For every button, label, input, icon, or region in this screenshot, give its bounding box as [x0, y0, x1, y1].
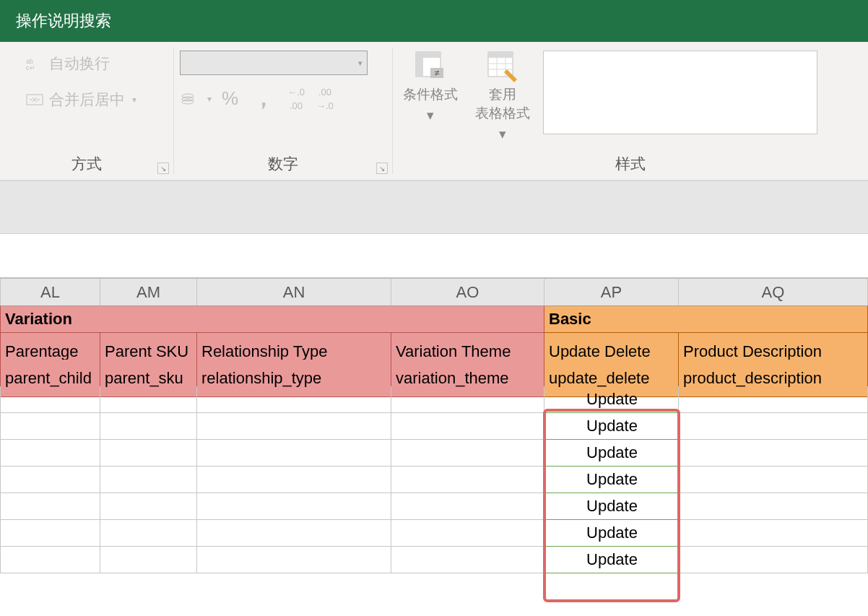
- data-row: Update: [0, 413, 868, 440]
- currency-icon: [180, 90, 200, 108]
- cell[interactable]: [679, 493, 868, 520]
- cell-update[interactable]: Update: [544, 413, 679, 440]
- table-format-button[interactable]: 套用 表格格式 ▾: [471, 51, 534, 142]
- styles-group-label: 样式: [399, 152, 862, 175]
- cell[interactable]: [100, 386, 197, 413]
- currency-button[interactable]: ▾: [180, 90, 212, 108]
- cell[interactable]: [679, 413, 868, 440]
- cell[interactable]: [0, 467, 100, 493]
- increase-decimal-button[interactable]: ←.0 .00: [285, 87, 308, 110]
- cell[interactable]: [197, 386, 391, 413]
- number-group-label: 数字: [180, 152, 386, 175]
- data-row: Update: [0, 493, 868, 520]
- section-row: Variation Basic: [0, 306, 868, 333]
- cell[interactable]: [391, 440, 544, 467]
- cell[interactable]: [0, 413, 100, 440]
- cell[interactable]: [197, 493, 391, 520]
- percent-button[interactable]: %: [217, 87, 243, 110]
- svg-point-5: [182, 100, 194, 104]
- column-headers: AL AM AN AO AP AQ: [0, 279, 868, 306]
- spreadsheet-grid[interactable]: AL AM AN AO AP AQ Variation Basic Parent…: [0, 279, 868, 573]
- svg-rect-8: [416, 58, 423, 77]
- merge-center-icon: [25, 91, 45, 108]
- cell[interactable]: [391, 520, 544, 547]
- table-format-icon: [485, 51, 520, 82]
- col-header-AL[interactable]: AL: [0, 279, 100, 305]
- cell[interactable]: [679, 547, 868, 573]
- data-row: Update: [0, 386, 868, 413]
- merge-center-button[interactable]: 合并后居中 ▾: [20, 87, 141, 113]
- ribbon: abc↵ 自动换行 合并后居中 ▾ 方式 ↘ ▾: [0, 42, 868, 181]
- alignment-group-label: 方式: [6, 152, 168, 175]
- comma-button[interactable]: ，: [248, 84, 279, 113]
- svg-rect-7: [416, 52, 440, 58]
- cell[interactable]: [100, 467, 197, 493]
- cell[interactable]: [391, 386, 544, 413]
- conditional-format-button[interactable]: ≠ 条件格式 ▾: [399, 51, 462, 123]
- data-row: Update: [0, 440, 868, 467]
- number-format-dropdown[interactable]: ▾: [180, 51, 368, 75]
- svg-rect-12: [488, 52, 513, 58]
- title-bar: 操作说明搜索: [0, 0, 868, 42]
- col-header-AO[interactable]: AO: [391, 279, 544, 305]
- cell[interactable]: [0, 547, 100, 573]
- section-basic[interactable]: Basic: [544, 306, 868, 333]
- cell-update[interactable]: Update: [544, 493, 679, 520]
- svg-text:≠: ≠: [435, 68, 440, 78]
- cell-update[interactable]: Update: [544, 440, 679, 467]
- cell[interactable]: [391, 547, 544, 573]
- header-row-1: Parentage Parent SKU Relationship Type V…: [0, 333, 868, 360]
- blank-row-area: [0, 234, 868, 279]
- data-row: Update: [0, 467, 868, 493]
- data-row: Update: [0, 547, 868, 573]
- cell[interactable]: [0, 520, 100, 547]
- search-help-text[interactable]: 操作说明搜索: [16, 10, 111, 32]
- conditional-format-icon: ≠: [413, 51, 448, 82]
- wrap-text-button[interactable]: abc↵ 自动换行: [20, 51, 114, 77]
- cell[interactable]: [197, 413, 391, 440]
- cell[interactable]: [679, 386, 868, 413]
- cell[interactable]: [197, 520, 391, 547]
- formula-bar-area: [0, 181, 868, 234]
- cell-update[interactable]: Update: [544, 467, 679, 493]
- cell[interactable]: [100, 440, 197, 467]
- decrease-decimal-button[interactable]: .00 →.0: [313, 87, 337, 110]
- header-row-2: parent_child parent_sku relationship_typ…: [0, 360, 868, 386]
- cell[interactable]: [391, 493, 544, 520]
- cell[interactable]: [197, 467, 391, 493]
- cell[interactable]: [679, 440, 868, 467]
- chevron-down-icon: ▾: [427, 107, 434, 123]
- cell[interactable]: [100, 493, 197, 520]
- col-header-AN[interactable]: AN: [197, 279, 391, 305]
- cell[interactable]: [197, 547, 391, 573]
- cell[interactable]: [100, 413, 197, 440]
- chevron-down-icon: ▾: [499, 126, 506, 142]
- section-variation[interactable]: Variation: [0, 306, 544, 333]
- cell-styles-gallery[interactable]: [543, 51, 817, 134]
- chevron-down-icon: ▾: [358, 58, 363, 68]
- cell-update[interactable]: Update: [544, 386, 679, 413]
- cell[interactable]: [100, 547, 197, 573]
- data-row: Update: [0, 520, 868, 547]
- col-header-AQ[interactable]: AQ: [679, 279, 868, 305]
- cell-update[interactable]: Update: [544, 520, 679, 547]
- svg-text:c↵: c↵: [26, 64, 35, 71]
- cell[interactable]: [100, 520, 197, 547]
- cell-update[interactable]: Update: [544, 547, 679, 573]
- cell[interactable]: [0, 440, 100, 467]
- cell[interactable]: [0, 493, 100, 520]
- alignment-dialog-launcher[interactable]: ↘: [157, 162, 169, 174]
- cell[interactable]: [679, 520, 868, 547]
- cell[interactable]: [391, 467, 544, 493]
- number-dialog-launcher[interactable]: ↘: [376, 162, 388, 174]
- cell[interactable]: [197, 440, 391, 467]
- cell[interactable]: [391, 413, 544, 440]
- wrap-text-icon: abc↵: [25, 55, 45, 72]
- cell[interactable]: [679, 467, 868, 493]
- col-header-AM[interactable]: AM: [100, 279, 197, 305]
- chevron-down-icon: ▾: [132, 95, 136, 105]
- col-header-AP[interactable]: AP: [544, 279, 679, 305]
- chevron-down-icon: ▾: [207, 94, 212, 104]
- cell[interactable]: [0, 386, 100, 413]
